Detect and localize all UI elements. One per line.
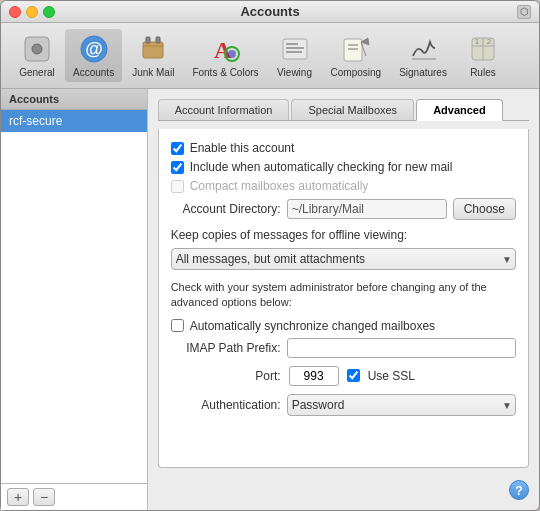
svg-rect-11: [283, 39, 307, 59]
include-checking-label: Include when automatically checking for …: [190, 160, 453, 174]
toolbar-fonts[interactable]: A Fonts & Colors: [184, 29, 266, 82]
sync-mailboxes-row: Automatically synchronize changed mailbo…: [171, 319, 516, 333]
enable-account-row: Enable this account: [171, 141, 516, 155]
svg-rect-6: [146, 37, 150, 43]
close-button[interactable]: [9, 6, 21, 18]
port-input[interactable]: [289, 366, 339, 386]
imap-prefix-input[interactable]: [287, 338, 516, 358]
keep-copies-select-wrapper: All messages, but omit attachments All m…: [171, 248, 516, 270]
tab-special-mailboxes[interactable]: Special Mailboxes: [291, 99, 414, 120]
tab-bar: Account Information Special Mailboxes Ad…: [158, 99, 529, 121]
composing-icon: [340, 33, 372, 65]
window-title: Accounts: [240, 4, 299, 19]
toolbar-rules[interactable]: 1 2 Rules: [457, 29, 509, 82]
toolbar-accounts[interactable]: @ Accounts: [65, 29, 122, 82]
toolbar-signatures-label: Signatures: [399, 67, 447, 78]
svg-rect-7: [156, 37, 160, 43]
svg-text:2: 2: [487, 37, 492, 46]
minimize-button[interactable]: [26, 6, 38, 18]
keep-copies-select[interactable]: All messages, but omit attachments All m…: [171, 248, 516, 270]
enable-account-label: Enable this account: [190, 141, 295, 155]
toolbar-general-label: General: [19, 67, 55, 78]
toolbar-junk[interactable]: Junk Mail: [124, 29, 182, 82]
port-label: Port:: [171, 369, 281, 383]
toolbar-viewing-label: Viewing: [277, 67, 312, 78]
sidebar-item-label: rcf-secure: [9, 114, 62, 128]
admin-info-text: Check with your system administrator bef…: [171, 280, 516, 311]
content-area: Accounts rcf-secure + − Account Informat…: [1, 89, 539, 510]
account-directory-label: Account Directory:: [171, 202, 281, 216]
advanced-panel: Enable this account Include when automat…: [158, 129, 529, 468]
svg-rect-4: [143, 42, 163, 58]
add-account-button[interactable]: +: [7, 488, 29, 506]
sync-mailboxes-checkbox[interactable]: [171, 319, 184, 332]
svg-point-10: [228, 50, 236, 58]
sidebar-footer: + −: [1, 483, 147, 510]
help-area: ?: [158, 480, 529, 500]
auth-row: Authentication: Password MD5 Challenge-R…: [171, 394, 516, 416]
toolbar-general[interactable]: General: [11, 29, 63, 82]
toolbar-composing-label: Composing: [331, 67, 382, 78]
sidebar-header: Accounts: [1, 89, 147, 110]
remove-account-button[interactable]: −: [33, 488, 55, 506]
compact-mailboxes-row: Compact mailboxes automatically: [171, 179, 516, 193]
svg-rect-15: [344, 39, 362, 61]
toolbar-composing[interactable]: Composing: [323, 29, 390, 82]
enable-account-checkbox[interactable]: [171, 142, 184, 155]
help-button[interactable]: ?: [509, 480, 529, 500]
main-window: Accounts ⬡ General @ Accounts: [0, 0, 540, 511]
maximize-button[interactable]: [43, 6, 55, 18]
general-icon: [21, 33, 53, 65]
viewing-icon: [279, 33, 311, 65]
toolbar-signatures[interactable]: Signatures: [391, 29, 455, 82]
titlebar: Accounts ⬡: [1, 1, 539, 23]
fonts-icon: A: [209, 33, 241, 65]
choose-button[interactable]: Choose: [453, 198, 516, 220]
imap-prefix-row: IMAP Path Prefix:: [171, 338, 516, 358]
rules-icon: 1 2: [467, 33, 499, 65]
toolbar-rules-label: Rules: [470, 67, 496, 78]
tab-advanced[interactable]: Advanced: [416, 99, 503, 121]
toolbar-accounts-label: Accounts: [73, 67, 114, 78]
auth-select[interactable]: Password MD5 Challenge-Response NTLM Ker…: [287, 394, 516, 416]
svg-text:A: A: [214, 37, 232, 63]
port-row: Port: Use SSL: [171, 366, 516, 386]
accounts-icon: @: [78, 33, 110, 65]
toolbar-viewing[interactable]: Viewing: [269, 29, 321, 82]
auth-label: Authentication:: [171, 398, 281, 412]
traffic-lights: [9, 6, 55, 18]
sync-mailboxes-label: Automatically synchronize changed mailbo…: [190, 319, 435, 333]
account-directory-input[interactable]: [287, 199, 447, 219]
imap-prefix-label: IMAP Path Prefix:: [171, 341, 281, 355]
sidebar-item-rcf-secure[interactable]: rcf-secure: [1, 110, 147, 132]
svg-text:@: @: [85, 39, 103, 59]
toolbar: General @ Accounts Junk Mail: [1, 23, 539, 89]
main-panel: Account Information Special Mailboxes Ad…: [148, 89, 539, 510]
tab-account-information[interactable]: Account Information: [158, 99, 290, 120]
toolbar-fonts-label: Fonts & Colors: [192, 67, 258, 78]
compact-mailboxes-label: Compact mailboxes automatically: [190, 179, 369, 193]
toolbar-junk-label: Junk Mail: [132, 67, 174, 78]
signatures-icon: [407, 33, 439, 65]
sidebar-list: rcf-secure: [1, 110, 147, 483]
include-checking-row: Include when automatically checking for …: [171, 160, 516, 174]
use-ssl-checkbox[interactable]: [347, 369, 360, 382]
compact-mailboxes-checkbox[interactable]: [171, 180, 184, 193]
svg-point-1: [32, 44, 42, 54]
zoom-icon[interactable]: ⬡: [517, 5, 531, 19]
auth-select-wrapper: Password MD5 Challenge-Response NTLM Ker…: [287, 394, 516, 416]
svg-text:1: 1: [475, 37, 480, 46]
keep-copies-row: All messages, but omit attachments All m…: [171, 248, 516, 270]
ssl-label: Use SSL: [368, 369, 415, 383]
keep-copies-label: Keep copies of messages for offline view…: [171, 228, 516, 242]
junk-icon: [137, 33, 169, 65]
account-directory-row: Account Directory: Choose: [171, 198, 516, 220]
sidebar: Accounts rcf-secure + −: [1, 89, 148, 510]
include-checking-checkbox[interactable]: [171, 161, 184, 174]
